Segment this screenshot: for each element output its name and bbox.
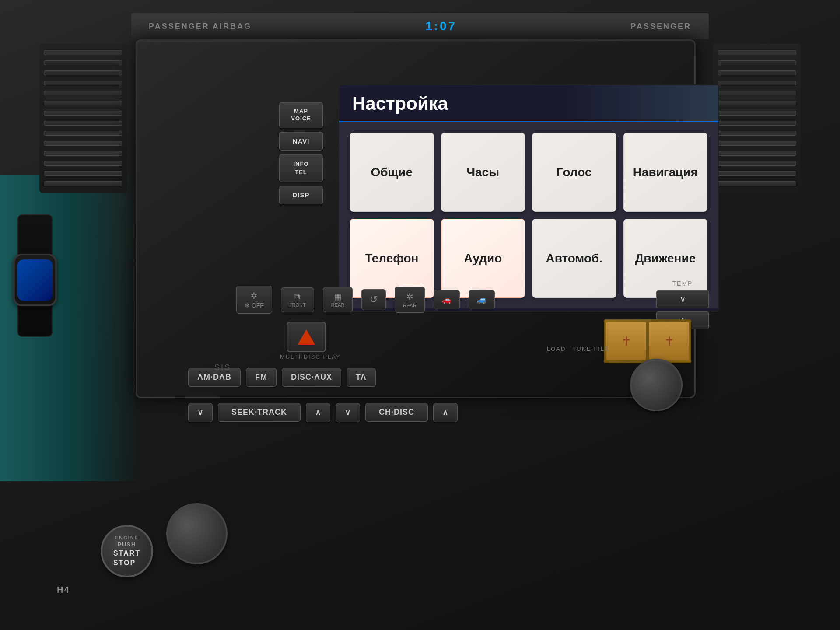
car-rear-button[interactable]: 🚙: [469, 290, 495, 309]
vent-slat: [718, 161, 796, 166]
vent-slat: [718, 131, 796, 136]
vent-slat: [44, 151, 122, 156]
recirculate-icon: ↺: [370, 294, 378, 305]
tuning-knob-area: [630, 359, 687, 416]
car-front-icon: 🚗: [442, 295, 452, 304]
passenger-label-right: PASSENGER: [630, 22, 691, 31]
rear-fan-button[interactable]: ✲ REAR: [395, 287, 425, 313]
fan-off-button[interactable]: ✲ ❄ OFF: [236, 286, 272, 314]
vent-right: [713, 44, 801, 192]
clock-display: 1:07: [425, 19, 457, 33]
sis-label: SIS: [214, 363, 231, 372]
menu-item-golos[interactable]: Голос: [532, 133, 616, 212]
tune-file-label: TUNE·FILE: [572, 346, 609, 352]
vent-slat: [44, 111, 122, 116]
tune-file-section: LOAD TUNE·FILE: [547, 346, 643, 352]
gear-selector-knob[interactable]: [166, 503, 228, 564]
load-label: LOAD: [547, 346, 566, 352]
ch-disc-button[interactable]: CH·DISC: [365, 403, 428, 422]
vent-slat: [718, 111, 796, 116]
disc-aux-button[interactable]: DISC·AUX: [282, 368, 341, 387]
vent-slat: [718, 141, 796, 146]
vol-down-button[interactable]: ∨: [336, 403, 360, 422]
h4-label: H4: [57, 585, 70, 595]
vent-slat: [44, 91, 122, 95]
recirculate-button[interactable]: ↺: [361, 289, 386, 310]
vol-up-button[interactable]: ∧: [433, 403, 458, 422]
multi-disc-label: MULTI·DISC PLAY: [280, 354, 341, 360]
seek-track-button[interactable]: SEEK·TRACK: [218, 403, 301, 422]
vent-slat: [718, 151, 796, 156]
seek-track-row: ∨ SEEK·TRACK ∧ ∨ CH·DISC ∧: [188, 398, 608, 427]
rear-defrost-icon: ▦: [334, 292, 342, 301]
car-front-button[interactable]: 🚗: [434, 290, 460, 309]
start-label: PUSH: [118, 541, 136, 549]
screen-title: Настройка: [352, 93, 448, 114]
rear-defrost-button[interactable]: ▦ REAR: [323, 287, 353, 312]
smartwatch: [13, 254, 57, 306]
vent-slat: [44, 181, 122, 186]
vent-slat: [44, 80, 122, 85]
fan-off-label: ❄ OFF: [245, 302, 264, 309]
start-stop-button[interactable]: ENGINE PUSH STARTSTOP: [101, 525, 153, 578]
watch-screen: [18, 259, 52, 301]
map-voice-button[interactable]: MAP VOICE: [279, 102, 323, 128]
hazard-area: [236, 319, 376, 354]
tuning-knob[interactable]: [630, 359, 682, 411]
menu-item-obshchie[interactable]: Общие: [350, 133, 434, 212]
radio-buttons-row: AM·DAB FM DISC·AUX TA: [188, 363, 608, 392]
vent-slat: [44, 161, 122, 166]
front-label: FRONT: [289, 302, 306, 308]
vent-slat: [44, 131, 122, 136]
watch-area: [13, 254, 83, 315]
climate-controls: ✲ ❄ OFF ⧉ FRONT ▦ REAR ↺ ✲ REAR 🚗 🚙: [236, 284, 630, 315]
seek-up-button[interactable]: ∧: [306, 403, 330, 422]
stop-label: STARTSTOP: [113, 549, 140, 568]
ta-button[interactable]: TA: [346, 368, 376, 387]
infotainment-screen: Настройка Общие Часы Голос Навигация Тел…: [338, 84, 719, 312]
navi-button[interactable]: NAVI: [279, 132, 323, 150]
vent-slat: [718, 121, 796, 126]
vent-slat: [44, 50, 122, 55]
vent-slat: [718, 80, 796, 85]
vent-slat: [718, 60, 796, 65]
fan-icon: ✲: [250, 290, 258, 301]
menu-item-navigatsiya[interactable]: Навигация: [623, 133, 708, 212]
vent-slat: [718, 70, 796, 75]
fm-button[interactable]: FM: [246, 368, 276, 387]
gear-selector-area: [166, 503, 228, 564]
vent-slat: [44, 141, 122, 146]
hazard-button[interactable]: [287, 322, 326, 352]
seek-down-button[interactable]: ∨: [188, 403, 213, 422]
vent-slat: [44, 60, 122, 65]
vent-left: [39, 44, 127, 192]
vent-slat: [44, 171, 122, 176]
rear-label: REAR: [331, 302, 345, 308]
car-rear-icon: 🚙: [477, 295, 486, 304]
vent-slat: [44, 101, 122, 105]
nav-buttons-panel: MAP VOICE NAVI INFO TEL DISP: [273, 93, 329, 213]
temp-down-button[interactable]: ∨: [656, 290, 709, 308]
orthodox-icon-right: ✝: [649, 322, 689, 360]
rear-fan-label: REAR: [403, 303, 416, 308]
info-tel-button[interactable]: INFO TEL: [279, 154, 323, 182]
vent-slat: [44, 70, 122, 75]
start-stop-label: ENGINE: [115, 535, 139, 541]
vent-slat: [718, 181, 796, 186]
orthodox-icon-left: ✝: [606, 322, 646, 360]
hazard-triangle-icon: [298, 329, 315, 345]
menu-item-chasy[interactable]: Часы: [441, 133, 525, 212]
top-dashboard-bar: PASSENGER AIRBAG 1:07 PASSENGER: [131, 13, 709, 39]
front-defrost-button[interactable]: ⧉ FRONT: [281, 287, 314, 312]
orthodox-icons-decoration: ✝ ✝: [604, 319, 691, 363]
vent-slat: [718, 91, 796, 95]
disp-button[interactable]: DISP: [279, 186, 323, 204]
vent-slat: [718, 171, 796, 176]
temp-label: TEMP: [656, 280, 709, 287]
vent-slat: [44, 121, 122, 126]
screen-header: Настройка: [339, 85, 718, 122]
rear-fan-icon: ✲: [406, 291, 413, 302]
front-defrost-icon: ⧉: [294, 292, 300, 301]
passenger-airbag-label-left: PASSENGER AIRBAG: [149, 22, 252, 31]
vent-slat: [718, 50, 796, 55]
